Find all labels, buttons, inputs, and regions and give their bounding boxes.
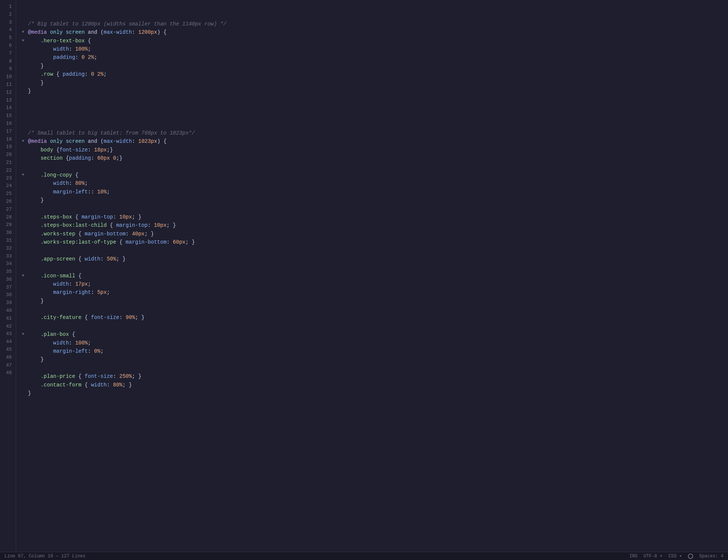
token-36-2: { xyxy=(81,313,91,322)
code-line-1: /* Big tablet to 1200px (widths smaller … xyxy=(22,20,722,28)
line-number-5: 5 xyxy=(6,34,12,42)
token-43-3: font-size xyxy=(85,372,113,380)
token-29-0 xyxy=(28,255,41,263)
token-33-3: 5px xyxy=(97,288,106,296)
token-9-0: } xyxy=(28,87,31,95)
code-line-12 xyxy=(22,112,722,120)
token-7-4: : xyxy=(85,70,91,78)
token-2-0: @media xyxy=(28,28,47,36)
code-line-26: .works-step { margin-bottom: 40px; } xyxy=(22,230,722,238)
token-15-2: only screen xyxy=(50,137,84,145)
fold-arrow-15[interactable] xyxy=(22,138,27,144)
token-2-3 xyxy=(85,28,88,36)
fold-arrow-38[interactable] xyxy=(22,331,27,337)
insert-mode: INS xyxy=(629,554,638,559)
token-44-6: ; } xyxy=(123,381,132,389)
token-40-2: : xyxy=(88,347,94,355)
editor-container: 1234567891011121314151617181920212223242… xyxy=(0,0,728,552)
indent-setting[interactable]: Spaces: 4 xyxy=(699,554,724,559)
code-content[interactable]: /* Big tablet to 1200px (widths smaller … xyxy=(16,0,728,552)
code-line-9: } xyxy=(22,87,722,95)
token-33-4: ; xyxy=(107,288,110,296)
line-number-26: 26 xyxy=(6,198,12,206)
fold-arrow-3[interactable] xyxy=(22,38,27,44)
line-number-35: 35 xyxy=(6,268,12,276)
code-line-10 xyxy=(22,95,722,103)
token-32-2: : xyxy=(69,280,75,288)
encoding[interactable]: UTF-8 ▾ xyxy=(644,553,662,559)
token-17-1: section xyxy=(40,154,63,162)
token-5-2: : xyxy=(75,53,82,61)
token-38-0 xyxy=(28,330,41,338)
line-number-27: 27 xyxy=(6,206,12,214)
token-44-1: .contact-form xyxy=(40,381,81,389)
token-1-0: /* Big tablet to 1200px (widths smaller … xyxy=(28,20,226,28)
line-number-8: 8 xyxy=(6,58,12,66)
token-24-3: margin-top xyxy=(81,213,113,221)
language[interactable]: CSS ▾ xyxy=(668,553,682,559)
code-line-4: width: 100%; xyxy=(22,45,722,53)
code-line-29: .app-screen { width: 50%; } xyxy=(22,255,722,263)
token-4-4: ; xyxy=(88,45,91,53)
code-line-15: @media only screen and (max-width: 1023p… xyxy=(22,137,722,145)
token-44-4: : xyxy=(107,381,113,389)
line-number-22: 22 xyxy=(6,167,12,175)
token-36-6: ; } xyxy=(135,313,144,322)
token-27-6: ; } xyxy=(186,238,195,246)
code-line-40: margin-left: 0%; xyxy=(22,347,722,355)
line-number-16: 16 xyxy=(6,120,12,128)
token-33-1: margin-right xyxy=(53,288,91,296)
token-29-5: 50% xyxy=(107,255,116,263)
token-26-4: : xyxy=(126,230,132,238)
code-line-16: body {font-size: 18px;} xyxy=(22,146,722,154)
token-2-4: and xyxy=(88,28,97,36)
code-line-14: /* Small tablet to big tablet: from 768p… xyxy=(22,129,722,137)
token-20-3: 80% xyxy=(75,179,85,187)
token-7-6: ; xyxy=(103,70,106,78)
code-line-13 xyxy=(22,120,722,129)
token-32-4: ; xyxy=(88,280,91,288)
line-number-21: 21 xyxy=(6,159,12,167)
status-left: Line 67, Column 10 — 127 Lines xyxy=(4,554,91,559)
token-17-2: { xyxy=(63,154,69,162)
status-circle-icon xyxy=(688,554,693,559)
token-2-2: only screen xyxy=(50,28,84,36)
token-20-4: ; xyxy=(85,179,88,187)
code-line-46 xyxy=(22,397,722,406)
token-2-6: max-width xyxy=(103,28,132,36)
token-27-2: { xyxy=(116,238,126,246)
fold-arrow-2[interactable] xyxy=(22,29,27,35)
code-line-24: .steps-box { margin-top: 10px; } xyxy=(22,213,722,221)
token-44-0 xyxy=(28,381,41,389)
code-line-48 xyxy=(22,414,722,422)
token-36-5: 90% xyxy=(126,313,135,322)
line-number-43: 43 xyxy=(6,330,12,338)
fold-arrow-31[interactable] xyxy=(22,273,27,279)
line-number-9: 9 xyxy=(6,65,12,73)
code-line-7: .row { padding: 0 2%; xyxy=(22,70,722,78)
token-16-1: body xyxy=(40,146,53,154)
code-line-21: margin-left:: 10%; xyxy=(22,188,722,196)
token-24-1: .steps-box xyxy=(40,213,72,221)
token-27-0 xyxy=(28,238,41,246)
token-31-1: .icon-small xyxy=(40,272,75,280)
token-4-3: 100% xyxy=(75,45,88,53)
line-number-34: 34 xyxy=(6,260,12,268)
code-line-35 xyxy=(22,305,722,313)
line-number-18: 18 xyxy=(6,136,12,144)
token-15-0: @media xyxy=(28,137,47,145)
token-27-4: : xyxy=(166,238,173,246)
token-44-2: { xyxy=(81,381,91,389)
token-24-0 xyxy=(28,213,41,221)
token-27-5: 60px xyxy=(173,238,186,246)
code-line-41: } xyxy=(22,355,722,364)
token-39-2: : xyxy=(69,339,75,347)
fold-arrow-19[interactable] xyxy=(22,172,27,178)
token-15-9: ) { xyxy=(157,137,166,145)
line-number-46: 46 xyxy=(6,354,12,362)
line-number-48: 48 xyxy=(6,369,12,377)
line-number-13: 13 xyxy=(6,97,12,105)
token-20-1: width xyxy=(53,179,69,187)
token-20-0 xyxy=(28,179,53,187)
token-16-6: ;} xyxy=(107,146,113,154)
